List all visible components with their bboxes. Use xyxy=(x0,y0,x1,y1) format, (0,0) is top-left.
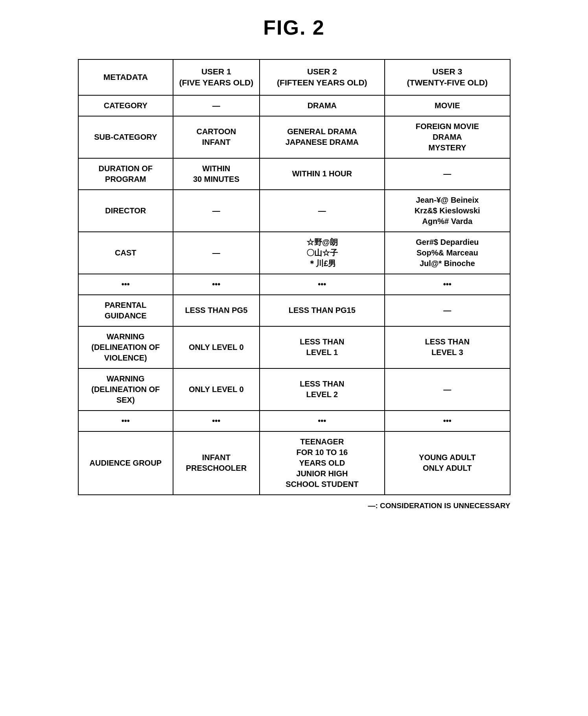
header-user1: USER 1(FIVE YEARS OLD) xyxy=(173,59,260,95)
cell-row3-user3: Jean-¥@ BeineixKrz&$ KieslowskiAgn%# Var… xyxy=(385,190,510,232)
cell-row3-user2: — xyxy=(260,190,385,232)
table-wrapper: METADATA USER 1(FIVE YEARS OLD) USER 2(F… xyxy=(78,59,511,495)
figure-title: FIG. 2 xyxy=(263,16,324,39)
cell-row9-user2: ••• xyxy=(260,411,385,431)
footnote: —: CONSIDERATION IS UNNECESSARY xyxy=(368,501,510,510)
cell-row2-metadata: DURATION OFPROGRAM xyxy=(78,158,173,190)
cell-row7-metadata: WARNING(DELINEATION OFVIOLENCE) xyxy=(78,326,173,368)
cell-row7-user3: LESS THANLEVEL 3 xyxy=(385,326,510,368)
cell-row6-user1: LESS THAN PG5 xyxy=(173,295,260,326)
page-container: FIG. 2 METADATA USER 1(FIVE YEARS OLD) U… xyxy=(78,16,511,510)
cell-row3-user1: — xyxy=(173,190,260,232)
table-row: PARENTALGUIDANCELESS THAN PG5LESS THAN P… xyxy=(78,295,510,326)
cell-row3-metadata: DIRECTOR xyxy=(78,190,173,232)
table-row: •••••••••••• xyxy=(78,274,510,295)
table-row: DIRECTOR——Jean-¥@ BeineixKrz&$ Kieslowsk… xyxy=(78,190,510,232)
cell-row4-user1: — xyxy=(173,232,260,274)
cell-row7-user1: ONLY LEVEL 0 xyxy=(173,326,260,368)
cell-row8-user2: LESS THANLEVEL 2 xyxy=(260,368,385,411)
table-row: CATEGORY—DRAMAMOVIE xyxy=(78,95,510,116)
cell-row5-user1: ••• xyxy=(173,274,260,295)
cell-row5-user2: ••• xyxy=(260,274,385,295)
cell-row0-user1: — xyxy=(173,95,260,116)
cell-row1-metadata: SUB-CATEGORY xyxy=(78,116,173,158)
table-row: WARNING(DELINEATION OFSEX)ONLY LEVEL 0LE… xyxy=(78,368,510,411)
cell-row9-metadata: ••• xyxy=(78,411,173,431)
cell-row6-user3: — xyxy=(385,295,510,326)
table-row: CAST—☆野@朗〇山☆子＊川£男Ger#$ DepardieuSop%& Ma… xyxy=(78,232,510,274)
cell-row0-user3: MOVIE xyxy=(385,95,510,116)
cell-row1-user3: FOREIGN MOVIEDRAMAMYSTERY xyxy=(385,116,510,158)
table-row: •••••••••••• xyxy=(78,411,510,431)
cell-row2-user2: WITHIN 1 HOUR xyxy=(260,158,385,190)
header-user2: USER 2(FIFTEEN YEARS OLD) xyxy=(260,59,385,95)
cell-row6-metadata: PARENTALGUIDANCE xyxy=(78,295,173,326)
cell-row10-user2: TEENAGERFOR 10 TO 16YEARS OLDJUNIOR HIGH… xyxy=(260,431,385,495)
cell-row1-user1: CARTOONINFANT xyxy=(173,116,260,158)
cell-row4-user3: Ger#$ DepardieuSop%& MarceauJul@* Binoch… xyxy=(385,232,510,274)
cell-row9-user1: ••• xyxy=(173,411,260,431)
table-row: AUDIENCE GROUPINFANTPRESCHOOLERTEENAGERF… xyxy=(78,431,510,495)
cell-row8-user1: ONLY LEVEL 0 xyxy=(173,368,260,411)
cell-row10-metadata: AUDIENCE GROUP xyxy=(78,431,173,495)
cell-row5-user3: ••• xyxy=(385,274,510,295)
cell-row1-user2: GENERAL DRAMAJAPANESE DRAMA xyxy=(260,116,385,158)
cell-row4-metadata: CAST xyxy=(78,232,173,274)
cell-row7-user2: LESS THANLEVEL 1 xyxy=(260,326,385,368)
cell-row10-user1: INFANTPRESCHOOLER xyxy=(173,431,260,495)
cell-row9-user3: ••• xyxy=(385,411,510,431)
header-metadata: METADATA xyxy=(78,59,173,95)
header-row: METADATA USER 1(FIVE YEARS OLD) USER 2(F… xyxy=(78,59,510,95)
header-user3: USER 3(TWENTY-FIVE OLD) xyxy=(385,59,510,95)
cell-row0-user2: DRAMA xyxy=(260,95,385,116)
table-row: WARNING(DELINEATION OFVIOLENCE)ONLY LEVE… xyxy=(78,326,510,368)
table-row: SUB-CATEGORYCARTOONINFANTGENERAL DRAMAJA… xyxy=(78,116,510,158)
table-row: DURATION OFPROGRAMWITHIN30 MINUTESWITHIN… xyxy=(78,158,510,190)
cell-row2-user3: — xyxy=(385,158,510,190)
cell-row2-user1: WITHIN30 MINUTES xyxy=(173,158,260,190)
main-table: METADATA USER 1(FIVE YEARS OLD) USER 2(F… xyxy=(78,59,511,495)
cell-row8-metadata: WARNING(DELINEATION OFSEX) xyxy=(78,368,173,411)
cell-row5-metadata: ••• xyxy=(78,274,173,295)
table-body: CATEGORY—DRAMAMOVIESUB-CATEGORYCARTOONIN… xyxy=(78,95,510,495)
cell-row0-metadata: CATEGORY xyxy=(78,95,173,116)
cell-row10-user3: YOUNG ADULTONLY ADULT xyxy=(385,431,510,495)
cell-row4-user2: ☆野@朗〇山☆子＊川£男 xyxy=(260,232,385,274)
cell-row6-user2: LESS THAN PG15 xyxy=(260,295,385,326)
cell-row8-user3: — xyxy=(385,368,510,411)
